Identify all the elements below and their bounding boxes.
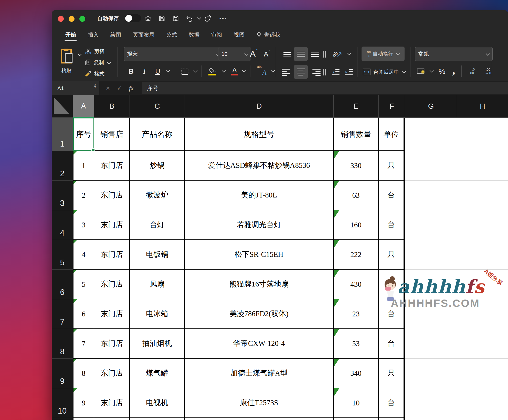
row-header-8[interactable]: 8	[52, 329, 73, 359]
cell-c6[interactable]: 风扇	[130, 270, 185, 299]
font-size-select[interactable]: 10	[218, 47, 251, 61]
cell-d2[interactable]: 爱仕达ASD蜂巢不粘炒锅A8536	[185, 151, 334, 181]
redo-icon[interactable]	[203, 14, 213, 23]
align-left-button[interactable]	[282, 67, 293, 78]
save-icon[interactable]	[157, 14, 166, 23]
cell-f1[interactable]: 单位	[379, 118, 405, 151]
cell-c1[interactable]: 产品名称	[130, 118, 185, 151]
cell-e4[interactable]: 160	[334, 210, 379, 240]
cell-b8[interactable]: 东门店	[94, 329, 130, 359]
align-top-button[interactable]	[282, 49, 293, 60]
accounting-chevron-icon[interactable]	[430, 69, 434, 73]
cell-f7[interactable]: 台	[379, 299, 405, 329]
minimize-window-button[interactable]	[69, 16, 75, 22]
cell-b10[interactable]: 东门店	[94, 388, 130, 418]
tab-view[interactable]: 视图	[228, 27, 250, 43]
cell-a2[interactable]: 1	[73, 151, 94, 181]
decrease-indent-button[interactable]	[330, 67, 342, 78]
paste-label[interactable]: 粘贴	[57, 67, 75, 74]
confirm-entry-icon[interactable]: ✓	[117, 85, 122, 92]
number-format-select[interactable]: 常规	[415, 47, 493, 61]
cell-e8[interactable]: 53	[334, 329, 379, 359]
bold-button[interactable]: B	[125, 65, 137, 77]
column-header-g[interactable]: G	[405, 95, 457, 118]
comma-style-button[interactable]: ,	[449, 63, 458, 77]
column-header-e[interactable]: E	[334, 95, 379, 118]
paste-button[interactable]	[57, 46, 75, 65]
cell-e3[interactable]: 63	[334, 181, 379, 210]
cell-e5[interactable]: 222	[334, 240, 379, 270]
close-window-button[interactable]	[58, 16, 64, 22]
format-painter-button[interactable]: 格式	[84, 69, 115, 78]
tab-insert[interactable]: 插入	[82, 27, 104, 43]
cell-e6[interactable]: 430	[334, 270, 379, 299]
cell-c8[interactable]: 抽油烟机	[130, 329, 185, 359]
cell-a10[interactable]: 9	[73, 388, 94, 418]
save-as-icon[interactable]	[171, 14, 180, 23]
cell-d4[interactable]: 若雅调光台灯	[185, 210, 334, 240]
shrink-font-button[interactable]: Aˇ	[261, 49, 273, 60]
cell-a3[interactable]: 2	[73, 181, 94, 210]
font-name-select[interactable]: 报宋	[124, 47, 223, 61]
merge-center-button[interactable]: 合并后居中	[363, 65, 411, 78]
cell-d3[interactable]: 美的JT-80L	[185, 181, 334, 210]
percent-style-button[interactable]: %	[436, 65, 448, 77]
wrap-text-button[interactable]: ab c 自动换行	[362, 47, 405, 61]
increase-decimal-button[interactable]: ←.0 .00	[464, 65, 479, 77]
cell-b1[interactable]: 销售店	[94, 118, 130, 151]
row-header-5[interactable]: 5	[52, 240, 73, 270]
cell-e9[interactable]: 340	[334, 359, 379, 388]
cell-c2[interactable]: 炒锅	[130, 151, 185, 181]
cell-a1[interactable]: 序号	[73, 118, 94, 151]
cell-a6[interactable]: 5	[73, 270, 94, 299]
align-center-button[interactable]	[294, 65, 308, 79]
cell-h1[interactable]	[457, 118, 508, 151]
formula-input[interactable]: 序号	[142, 82, 508, 94]
cell-a9[interactable]: 8	[73, 359, 94, 388]
font-color-button[interactable]: A	[229, 64, 240, 78]
select-all-corner[interactable]	[52, 95, 73, 118]
cell-b7[interactable]: 东门店	[94, 299, 130, 329]
row-header-1[interactable]: 1	[52, 118, 73, 151]
cell-e2[interactable]: 330	[334, 151, 379, 181]
copy-button[interactable]: 复制	[84, 58, 118, 67]
phonetic-chevron-icon[interactable]	[271, 69, 275, 73]
row-header-2[interactable]: 2	[52, 151, 73, 181]
cell-f4[interactable]: 台	[379, 210, 405, 240]
row-header-9[interactable]: 9	[52, 359, 73, 388]
cell-b2[interactable]: 东门店	[94, 151, 130, 181]
row-header-6[interactable]: 6	[52, 270, 73, 299]
cell-a8[interactable]: 7	[73, 329, 94, 359]
undo-dropdown-chevron-icon[interactable]	[197, 16, 201, 20]
cell-b9[interactable]: 东门店	[94, 359, 130, 388]
cell-d7[interactable]: 美凌786FD2(双体)	[185, 299, 334, 329]
orientation-button[interactable]: ab	[330, 48, 345, 60]
cell-d8[interactable]: 华帝CXW-120-4	[185, 329, 334, 359]
zoom-window-button[interactable]	[79, 16, 85, 22]
borders-chevron-icon[interactable]	[194, 69, 198, 73]
cell-a7[interactable]: 6	[73, 299, 94, 329]
increase-indent-button[interactable]	[343, 67, 355, 78]
cell-d9[interactable]: 加德士煤气罐A型	[185, 359, 334, 388]
column-header-h[interactable]: H	[457, 95, 508, 118]
cell-f9[interactable]: 只	[379, 359, 405, 388]
underline-button[interactable]: U	[152, 65, 163, 77]
column-header-f[interactable]: F	[379, 95, 405, 118]
paste-dropdown-chevron-icon[interactable]	[78, 52, 82, 56]
cell-e7[interactable]: 23	[334, 299, 379, 329]
cell-d10[interactable]: 康佳T2573S	[185, 388, 334, 418]
orientation-chevron-icon[interactable]	[347, 51, 351, 55]
cell-f6[interactable]: 台	[379, 270, 405, 299]
row-header-7[interactable]: 7	[52, 299, 73, 329]
fill-color-chevron-icon[interactable]	[222, 69, 226, 73]
align-right-button[interactable]	[309, 67, 321, 78]
cut-button[interactable]: 剪切	[84, 47, 113, 56]
phonetic-guide-button[interactable]: abc A	[255, 65, 269, 78]
tab-formulas[interactable]: 公式	[160, 27, 183, 43]
cell-g1[interactable]	[405, 118, 457, 151]
cell-c9[interactable]: 煤气罐	[130, 359, 185, 388]
tab-review[interactable]: 审阅	[205, 27, 228, 43]
decrease-decimal-button[interactable]: .00 →.0	[481, 65, 495, 77]
name-box-spinner[interactable]: ▲▼	[94, 83, 97, 88]
cell-c10[interactable]: 电视机	[130, 388, 185, 418]
